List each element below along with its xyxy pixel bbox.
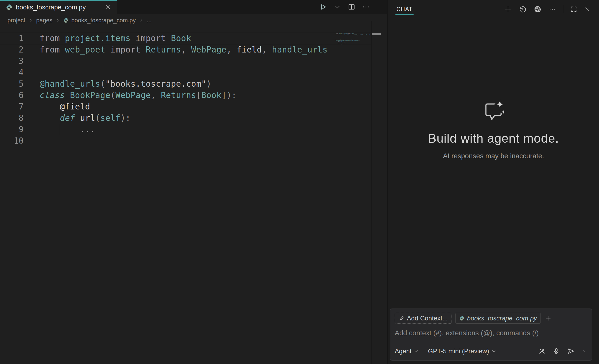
welcome-subtitle: AI responses may be inaccurate. (388, 152, 599, 160)
code-text: from web_poet import Returns, WebPage, f… (336, 34, 371, 36)
tab-chat[interactable]: CHAT (395, 2, 414, 16)
code-text (24, 67, 40, 78)
run-icon[interactable] (319, 3, 327, 11)
breadcrumb-label: pages (36, 17, 52, 24)
chat-panel: CHAT Build with agent mode. AI responses… (387, 0, 599, 364)
breadcrumb-label: project (7, 17, 25, 24)
python-icon (63, 18, 69, 23)
code-text: class BookPage(WebPage, Returns[Book]): (24, 90, 237, 101)
code-line-9[interactable]: 9 ... (0, 124, 387, 135)
copilot-chat-icon (388, 99, 599, 123)
chevron-right-icon (55, 18, 60, 23)
history-icon[interactable] (519, 5, 527, 13)
tab-close-icon[interactable] (105, 4, 111, 10)
mode-label: Agent (395, 347, 412, 355)
tab-books-toscrape[interactable]: books_toscrape_com.py (0, 0, 117, 14)
code-line-8[interactable]: 8 def url(self): (0, 112, 387, 124)
send-options-chevron-icon[interactable] (582, 348, 587, 354)
divider (563, 5, 563, 13)
context-chips-row: Add Context... books_toscrape_com.py (395, 313, 587, 324)
chip-books-toscrape-com-py[interactable]: books_toscrape_com.py (455, 313, 541, 324)
breadcrumb: projectpages books_toscrape_com.py... (0, 14, 387, 27)
breadcrumb-item-books-toscrape-com-py[interactable]: books_toscrape_com.py (63, 17, 136, 24)
split-editor-icon[interactable] (348, 3, 356, 11)
line-number: 1 (0, 33, 24, 44)
line-number: 5 (0, 78, 24, 90)
chip-label: Add Context... (407, 314, 448, 322)
screen-full-icon[interactable] (570, 5, 577, 13)
code-line-6[interactable]: 6class BookPage(WebPage, Returns[Book]): (0, 90, 387, 101)
chevron-down-icon (414, 348, 419, 354)
mic-icon[interactable] (553, 347, 560, 355)
vscode-window: books_toscrape_com.py projectpages books… (0, 0, 599, 364)
code-text: @handle_urls("books.toscrape.com") (24, 78, 211, 90)
code-line-5[interactable]: 5@handle_urls("books.toscrape.com") (0, 78, 387, 90)
line-number: 6 (0, 90, 24, 101)
mode-picker[interactable]: Agent (395, 347, 419, 355)
code-line-10 (336, 45, 372, 47)
editor-pane: books_toscrape_com.py projectpages books… (0, 0, 387, 364)
code-text: def url(self): (24, 112, 131, 124)
code-line-2[interactable]: 2from web_poet import Returns, WebPage, … (0, 44, 387, 55)
chevron-right-icon (28, 18, 33, 23)
editor-actions (319, 0, 370, 14)
breadcrumb-item--[interactable]: ... (147, 17, 152, 24)
code-text: @field (24, 101, 90, 112)
line-number: 4 (0, 67, 24, 78)
code-line-3[interactable]: 3 (0, 55, 387, 67)
breadcrumb-item-pages[interactable]: pages (36, 17, 52, 24)
breadcrumb-label: ... (147, 17, 152, 24)
code-editor[interactable]: 1from project.items import Book2from web… (0, 27, 387, 147)
close-icon[interactable] (584, 6, 591, 12)
line-number: 10 (0, 135, 24, 147)
line-number: 9 (0, 124, 24, 135)
chat-controls-row: Agent GPT-5 mini (Preview) (395, 345, 587, 357)
python-icon (459, 315, 465, 321)
settings-icon[interactable] (534, 5, 542, 13)
editor-tab-bar: books_toscrape_com.py (0, 0, 387, 14)
python-icon (6, 4, 12, 10)
chevron-down-icon[interactable] (334, 3, 341, 11)
new-chat-icon[interactable] (504, 5, 512, 13)
tools-icon[interactable] (538, 347, 546, 355)
chip-label: books_toscrape_com.py (467, 314, 537, 322)
chat-header: CHAT (388, 0, 599, 18)
chat-input-placeholder[interactable]: Add context (#), extensions (@), command… (395, 329, 587, 337)
code-line-10[interactable]: 10 (0, 135, 387, 147)
code-text: ... (336, 44, 342, 45)
line-number: 3 (0, 55, 24, 67)
code-text: from project.items import Book (24, 33, 191, 44)
add-file-icon[interactable] (545, 315, 552, 322)
code-text: ... (24, 124, 95, 135)
breadcrumb-label: books_toscrape_com.py (71, 17, 136, 24)
code-text: from web_poet import Returns, WebPage, f… (24, 44, 328, 55)
code-line-4[interactable]: 4 (0, 67, 387, 78)
model-label: GPT-5 mini (Preview) (428, 347, 489, 355)
chat-action-icons (538, 347, 587, 355)
code-line-7[interactable]: 7 @field (0, 101, 387, 112)
chat-welcome: Build with agent mode. AI responses may … (388, 99, 599, 160)
line-number: 7 (0, 101, 24, 112)
more-icon[interactable] (548, 5, 556, 13)
model-picker[interactable]: GPT-5 mini (Preview) (428, 347, 497, 355)
chat-header-actions (504, 5, 591, 13)
code-line-1[interactable]: 1from project.items import Book (0, 33, 387, 44)
send-icon[interactable] (567, 347, 575, 355)
tab-label: books_toscrape_com.py (16, 3, 86, 11)
chip-add-context-[interactable]: Add Context... (395, 313, 451, 324)
code-text (24, 55, 40, 67)
breadcrumb-item-project[interactable]: project (7, 17, 25, 24)
chat-input-box[interactable]: Add Context... books_toscrape_com.py Add… (390, 309, 592, 361)
chevron-down-icon (491, 348, 497, 354)
line-number: 2 (0, 44, 24, 55)
overview-ruler-cursor-marker (372, 33, 381, 35)
chevron-right-icon (139, 18, 144, 23)
code-line-2: from web_poet import Returns, WebPage, f… (336, 34, 372, 36)
welcome-title: Build with agent mode. (388, 131, 599, 146)
paperclip-icon (398, 315, 404, 321)
code-text (24, 135, 40, 147)
more-icon[interactable] (362, 3, 370, 11)
line-number: 8 (0, 112, 24, 124)
minimap[interactable]: from project.items import Bookfrom web_p… (336, 33, 372, 137)
